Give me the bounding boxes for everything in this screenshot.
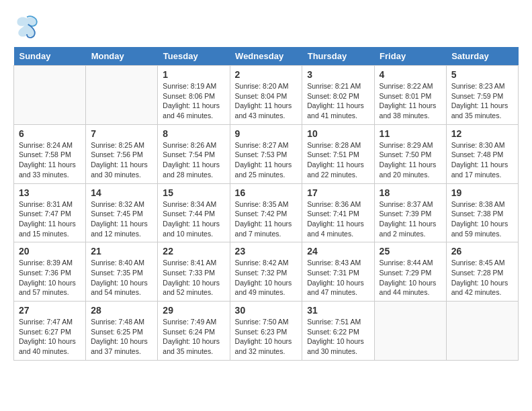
- day-number: 27: [19, 305, 81, 316]
- day-info: Sunrise: 8:19 AM Sunset: 8:06 PM Dayligh…: [163, 81, 224, 121]
- day-info: Sunrise: 7:49 AM Sunset: 6:24 PM Dayligh…: [163, 317, 224, 357]
- day-number: 2: [235, 69, 298, 80]
- week-row-1: 1Sunrise: 8:19 AM Sunset: 8:06 PM Daylig…: [14, 66, 519, 125]
- calendar-cell: 14Sunrise: 8:32 AM Sunset: 7:45 PM Dayli…: [86, 183, 158, 242]
- calendar-cell: 10Sunrise: 8:28 AM Sunset: 7:51 PM Dayli…: [302, 124, 374, 183]
- day-number: 26: [451, 246, 513, 257]
- day-info: Sunrise: 8:31 AM Sunset: 7:47 PM Dayligh…: [19, 199, 81, 239]
- day-info: Sunrise: 8:30 AM Sunset: 7:48 PM Dayligh…: [451, 140, 513, 180]
- day-number: 20: [19, 246, 81, 257]
- day-info: Sunrise: 8:43 AM Sunset: 7:31 PM Dayligh…: [307, 258, 369, 298]
- day-info: Sunrise: 8:39 AM Sunset: 7:36 PM Dayligh…: [19, 258, 81, 298]
- day-info: Sunrise: 8:41 AM Sunset: 7:33 PM Dayligh…: [163, 258, 224, 298]
- day-info: Sunrise: 8:21 AM Sunset: 8:02 PM Dayligh…: [307, 81, 369, 121]
- calendar-cell: [14, 66, 86, 125]
- day-info: Sunrise: 8:34 AM Sunset: 7:44 PM Dayligh…: [163, 199, 224, 239]
- calendar-cell: 7Sunrise: 8:25 AM Sunset: 7:56 PM Daylig…: [86, 124, 158, 183]
- calendar-cell: 5Sunrise: 8:23 AM Sunset: 7:59 PM Daylig…: [446, 66, 518, 125]
- day-number: 1: [163, 69, 224, 80]
- day-info: Sunrise: 8:40 AM Sunset: 7:35 PM Dayligh…: [91, 258, 152, 298]
- calendar-cell: [446, 302, 518, 361]
- day-number: 19: [451, 187, 513, 198]
- day-info: Sunrise: 8:36 AM Sunset: 7:41 PM Dayligh…: [307, 199, 369, 239]
- day-header-thursday: Thursday: [302, 47, 374, 66]
- day-header-sunday: Sunday: [14, 47, 86, 66]
- calendar-cell: 28Sunrise: 7:48 AM Sunset: 6:25 PM Dayli…: [86, 302, 158, 361]
- logo-icon: [13, 13, 40, 40]
- day-info: Sunrise: 7:51 AM Sunset: 6:22 PM Dayligh…: [307, 317, 369, 357]
- day-info: Sunrise: 8:38 AM Sunset: 7:38 PM Dayligh…: [451, 199, 513, 239]
- day-number: 29: [163, 305, 224, 316]
- day-info: Sunrise: 8:27 AM Sunset: 7:53 PM Dayligh…: [235, 140, 298, 180]
- day-header-saturday: Saturday: [446, 47, 518, 66]
- day-number: 4: [380, 69, 441, 80]
- calendar-cell: 4Sunrise: 8:22 AM Sunset: 8:01 PM Daylig…: [374, 66, 446, 125]
- day-number: 28: [91, 305, 152, 316]
- day-info: Sunrise: 8:24 AM Sunset: 7:58 PM Dayligh…: [19, 140, 81, 180]
- day-info: Sunrise: 8:28 AM Sunset: 7:51 PM Dayligh…: [307, 140, 369, 180]
- day-info: Sunrise: 8:37 AM Sunset: 7:39 PM Dayligh…: [380, 199, 441, 239]
- day-number: 16: [235, 187, 298, 198]
- day-info: Sunrise: 8:32 AM Sunset: 7:45 PM Dayligh…: [91, 199, 152, 239]
- calendar-cell: [86, 66, 158, 125]
- day-number: 3: [307, 69, 369, 80]
- day-header-monday: Monday: [86, 47, 158, 66]
- day-info: Sunrise: 8:45 AM Sunset: 7:28 PM Dayligh…: [451, 258, 513, 298]
- calendar-cell: 25Sunrise: 8:44 AM Sunset: 7:29 PM Dayli…: [374, 242, 446, 302]
- day-info: Sunrise: 8:44 AM Sunset: 7:29 PM Dayligh…: [380, 258, 441, 298]
- day-info: Sunrise: 7:47 AM Sunset: 6:27 PM Dayligh…: [19, 317, 81, 357]
- day-number: 14: [91, 187, 152, 198]
- calendar-cell: 22Sunrise: 8:41 AM Sunset: 7:33 PM Dayli…: [158, 242, 230, 302]
- day-number: 21: [91, 246, 152, 257]
- day-number: 23: [235, 246, 298, 257]
- day-info: Sunrise: 8:42 AM Sunset: 7:32 PM Dayligh…: [235, 258, 298, 298]
- calendar-cell: [374, 302, 446, 361]
- day-number: 10: [307, 128, 369, 139]
- day-info: Sunrise: 7:48 AM Sunset: 6:25 PM Dayligh…: [91, 317, 152, 357]
- day-number: 12: [451, 128, 513, 139]
- day-number: 15: [163, 187, 224, 198]
- calendar-cell: 18Sunrise: 8:37 AM Sunset: 7:39 PM Dayli…: [374, 183, 446, 242]
- day-number: 22: [163, 246, 224, 257]
- day-number: 25: [380, 246, 441, 257]
- calendar-table: SundayMondayTuesdayWednesdayThursdayFrid…: [13, 47, 519, 361]
- page-header: [13, 13, 519, 40]
- day-number: 11: [380, 128, 441, 139]
- day-number: 7: [91, 128, 152, 139]
- calendar-cell: 11Sunrise: 8:29 AM Sunset: 7:50 PM Dayli…: [374, 124, 446, 183]
- day-info: Sunrise: 8:23 AM Sunset: 7:59 PM Dayligh…: [451, 81, 513, 121]
- calendar-cell: 12Sunrise: 8:30 AM Sunset: 7:48 PM Dayli…: [446, 124, 518, 183]
- day-number: 24: [307, 246, 369, 257]
- calendar-cell: 6Sunrise: 8:24 AM Sunset: 7:58 PM Daylig…: [14, 124, 86, 183]
- week-row-4: 20Sunrise: 8:39 AM Sunset: 7:36 PM Dayli…: [14, 242, 519, 302]
- calendar-cell: 2Sunrise: 8:20 AM Sunset: 8:04 PM Daylig…: [230, 66, 302, 125]
- calendar-cell: 17Sunrise: 8:36 AM Sunset: 7:41 PM Dayli…: [302, 183, 374, 242]
- calendar-cell: 20Sunrise: 8:39 AM Sunset: 7:36 PM Dayli…: [14, 242, 86, 302]
- day-info: Sunrise: 7:50 AM Sunset: 6:23 PM Dayligh…: [235, 317, 298, 357]
- day-info: Sunrise: 8:35 AM Sunset: 7:42 PM Dayligh…: [235, 199, 298, 239]
- calendar-cell: 9Sunrise: 8:27 AM Sunset: 7:53 PM Daylig…: [230, 124, 302, 183]
- week-row-3: 13Sunrise: 8:31 AM Sunset: 7:47 PM Dayli…: [14, 183, 519, 242]
- calendar-cell: 21Sunrise: 8:40 AM Sunset: 7:35 PM Dayli…: [86, 242, 158, 302]
- day-info: Sunrise: 8:26 AM Sunset: 7:54 PM Dayligh…: [163, 140, 224, 180]
- calendar-cell: 15Sunrise: 8:34 AM Sunset: 7:44 PM Dayli…: [158, 183, 230, 242]
- calendar-cell: 3Sunrise: 8:21 AM Sunset: 8:02 PM Daylig…: [302, 66, 374, 125]
- calendar-cell: 16Sunrise: 8:35 AM Sunset: 7:42 PM Dayli…: [230, 183, 302, 242]
- day-number: 30: [235, 305, 298, 316]
- day-header-tuesday: Tuesday: [158, 47, 230, 66]
- day-info: Sunrise: 8:22 AM Sunset: 8:01 PM Dayligh…: [380, 81, 441, 121]
- week-row-5: 27Sunrise: 7:47 AM Sunset: 6:27 PM Dayli…: [14, 302, 519, 361]
- calendar-cell: 8Sunrise: 8:26 AM Sunset: 7:54 PM Daylig…: [158, 124, 230, 183]
- calendar-cell: 30Sunrise: 7:50 AM Sunset: 6:23 PM Dayli…: [230, 302, 302, 361]
- day-number: 31: [307, 305, 369, 316]
- day-header-friday: Friday: [374, 47, 446, 66]
- week-row-2: 6Sunrise: 8:24 AM Sunset: 7:58 PM Daylig…: [14, 124, 519, 183]
- day-info: Sunrise: 8:20 AM Sunset: 8:04 PM Dayligh…: [235, 81, 298, 121]
- day-number: 6: [19, 128, 81, 139]
- calendar-cell: 13Sunrise: 8:31 AM Sunset: 7:47 PM Dayli…: [14, 183, 86, 242]
- logo: [13, 13, 43, 40]
- day-info: Sunrise: 8:25 AM Sunset: 7:56 PM Dayligh…: [91, 140, 152, 180]
- day-info: Sunrise: 8:29 AM Sunset: 7:50 PM Dayligh…: [380, 140, 441, 180]
- calendar-cell: 29Sunrise: 7:49 AM Sunset: 6:24 PM Dayli…: [158, 302, 230, 361]
- calendar-cell: 27Sunrise: 7:47 AM Sunset: 6:27 PM Dayli…: [14, 302, 86, 361]
